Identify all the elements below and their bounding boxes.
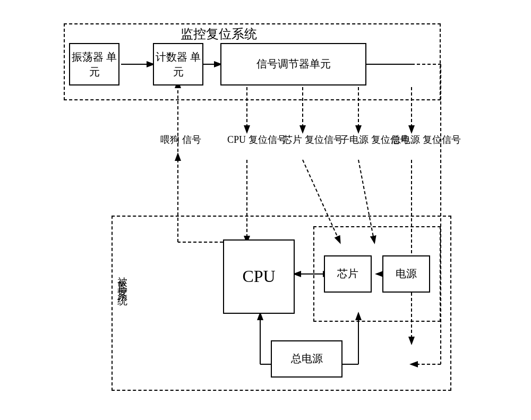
oscillator-box: 振荡器 单元 <box>69 43 119 85</box>
total-power-reset-label: 总电源 复位信号 <box>391 133 461 147</box>
svg-line-11 <box>358 160 374 242</box>
counter-box: 计数器 单元 <box>153 43 203 85</box>
signal-conditioner-box: 信号调节器单元 <box>220 43 366 85</box>
total-power-box: 总电源 <box>271 340 342 378</box>
monitor-reset-label: 监控复位系统 <box>181 25 257 42</box>
diagram-container: 监控复位系统 被 监 控 系 统 振荡器 单元 计数器 单元 信号调节器单元 喂… <box>58 14 473 407</box>
power-box: 电源 <box>382 255 430 293</box>
svg-line-10 <box>303 160 340 242</box>
chip-reset-label: 芯片 复位信号 <box>283 133 343 147</box>
cpu-reset-label: CPU 复位信号 <box>227 133 287 147</box>
watchdog-label: 喂狗 信号 <box>160 133 201 147</box>
chip-box: 芯片 <box>324 255 372 293</box>
monitored-system-label: 被 监 控 系 统 <box>116 269 129 288</box>
cpu-box: CPU <box>223 239 295 314</box>
